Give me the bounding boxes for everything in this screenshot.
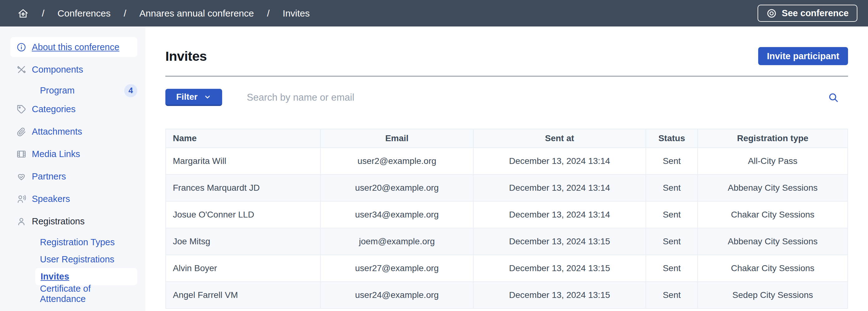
sidebar-item-label: User Registrations (40, 254, 115, 265)
cell-name: Joe Mitsg (166, 228, 320, 255)
film-icon (16, 149, 27, 159)
cell-sent-at: December 13, 2024 13:15 (473, 282, 646, 309)
cell-registration-type: Abbenay City Sessions (698, 174, 848, 201)
sidebar-item-categories[interactable]: Categories (10, 99, 137, 119)
sidebar-item-program[interactable]: Program4 (10, 82, 137, 99)
cell-sent-at: December 13, 2024 13:14 (473, 201, 646, 228)
cell-sent-at: December 13, 2024 13:14 (473, 174, 646, 201)
sidebar-item-certificate-of-attendance[interactable]: Certificate of Attendance (10, 285, 137, 302)
invite-participant-button[interactable]: Invite participant (758, 47, 848, 65)
sidebar-item-media-links[interactable]: Media Links (10, 144, 137, 164)
filter-label: Filter (176, 92, 197, 102)
user-icon (16, 216, 27, 227)
column-header-name: Name (166, 129, 320, 148)
breadcrumb-item-annares-annual-conference[interactable]: Annares annual conference (140, 8, 254, 19)
table-row: Joe Mitsgjoem@example.orgDecember 13, 20… (166, 228, 848, 255)
home-icon[interactable] (18, 8, 29, 19)
sidebar-item-label: Components (32, 65, 83, 75)
table-row: Alvin Boyeruser27@example.orgDecember 13… (166, 255, 848, 282)
see-conference-button[interactable]: See conference (757, 5, 858, 22)
cell-sent-at: December 13, 2024 13:14 (473, 148, 646, 174)
column-header-status: Status (646, 129, 698, 148)
sidebar-item-label: Registrations (32, 216, 85, 227)
cell-name: Frances Marquardt JD (166, 174, 320, 201)
page-header: Invites Invite participant (165, 47, 848, 65)
cell-email: user20@example.org (320, 174, 473, 201)
sidebar-item-attachments[interactable]: Attachments (10, 122, 137, 141)
sidebar-item-label: Partners (32, 171, 66, 182)
cell-email: user27@example.org (320, 255, 473, 282)
app-root: /Conferences/Annares annual conference/I… (0, 0, 868, 311)
cell-status: Sent (646, 174, 698, 201)
breadcrumb-item-invites[interactable]: Invites (283, 8, 310, 19)
sidebar-item-about-this-conference[interactable]: About this conference (10, 37, 137, 57)
info-icon (16, 42, 27, 53)
cell-email: user24@example.org (320, 282, 473, 309)
table-row: Josue O'Conner LLDuser34@example.orgDece… (166, 201, 848, 228)
eye-icon (766, 8, 777, 19)
tools-icon (16, 65, 27, 75)
sidebar-item-label: Program (40, 85, 74, 96)
cell-status: Sent (646, 228, 698, 255)
page-title: Invites (165, 48, 207, 64)
cell-email: user34@example.org (320, 201, 473, 228)
breadcrumb-separator: / (124, 8, 126, 19)
sidebar: About this conferenceComponentsProgram4C… (0, 27, 145, 311)
table-row: Angel Farrell VMuser24@example.orgDecemb… (166, 282, 848, 309)
cell-registration-type: All-City Pass (698, 148, 848, 174)
cell-registration-type: Abbenay City Sessions (698, 228, 848, 255)
sidebar-item-label: Attachments (32, 127, 82, 137)
sidebar-item-label: Categories (32, 104, 75, 114)
table-body: Margarita Willuser2@example.orgDecember … (166, 148, 848, 309)
search-input[interactable] (222, 89, 828, 106)
sidebar-item-label: Speakers (32, 194, 70, 204)
sidebar-item-label: Invites (40, 271, 69, 282)
cell-name: Margarita Will (166, 148, 320, 174)
cell-sent-at: December 13, 2024 13:15 (473, 255, 646, 282)
filter-row: Filter (165, 89, 848, 106)
search-icon[interactable] (828, 92, 839, 103)
cell-name: Josue O'Conner LLD (166, 201, 320, 228)
main-content: Invites Invite participant Filter (145, 27, 868, 311)
cell-name: Angel Farrell VM (166, 282, 320, 309)
see-conference-label: See conference (782, 8, 849, 19)
sidebar-item-label: Certificate of Attendance (40, 284, 137, 304)
hand-heart-icon (16, 171, 27, 182)
sidebar-item-user-registrations[interactable]: User Registrations (10, 251, 137, 268)
cell-sent-at: December 13, 2024 13:15 (473, 228, 646, 255)
table-row: Margarita Willuser2@example.orgDecember … (166, 148, 848, 174)
cell-status: Sent (646, 255, 698, 282)
filter-button[interactable]: Filter (165, 89, 222, 106)
sidebar-item-invites[interactable]: Invites (35, 268, 137, 285)
title-divider (165, 76, 848, 77)
column-header-sent-at: Sent at (473, 129, 646, 148)
sidebar-item-components[interactable]: Components (10, 60, 137, 79)
cell-registration-type: Chakar City Sessions (698, 201, 848, 228)
sidebar-item-speakers[interactable]: Speakers (10, 189, 137, 209)
sidebar-item-registration-types[interactable]: Registration Types (10, 234, 137, 251)
breadcrumb-item-conferences[interactable]: Conferences (57, 8, 111, 19)
cell-status: Sent (646, 148, 698, 174)
sidebar-item-label: About this conference (32, 42, 120, 53)
count-badge: 4 (124, 84, 137, 97)
cell-registration-type: Chakar City Sessions (698, 255, 848, 282)
breadcrumb-separator: / (42, 8, 44, 19)
sidebar-item-label: Media Links (32, 149, 80, 159)
column-header-registration-type: Registration type (698, 129, 848, 148)
user-voice-icon (16, 194, 27, 204)
cell-registration-type: Sedep City Sessions (698, 282, 848, 309)
column-header-email: Email (320, 129, 473, 148)
cell-status: Sent (646, 282, 698, 309)
breadcrumb-separator: / (267, 8, 270, 19)
cell-name: Alvin Boyer (166, 255, 320, 282)
breadcrumb: /Conferences/Annares annual conference/I… (18, 8, 310, 19)
table-header-row: NameEmailSent atStatusRegistration type (166, 129, 848, 148)
sidebar-item-label: Registration Types (40, 237, 115, 247)
sidebar-item-partners[interactable]: Partners (10, 166, 137, 186)
cell-status: Sent (646, 201, 698, 228)
sidebar-item-registrations: Registrations (10, 211, 137, 231)
invites-table: NameEmailSent atStatusRegistration type … (165, 129, 848, 309)
table-row: Frances Marquardt JDuser20@example.orgDe… (166, 174, 848, 201)
cell-email: joem@example.org (320, 228, 473, 255)
cell-email: user2@example.org (320, 148, 473, 174)
